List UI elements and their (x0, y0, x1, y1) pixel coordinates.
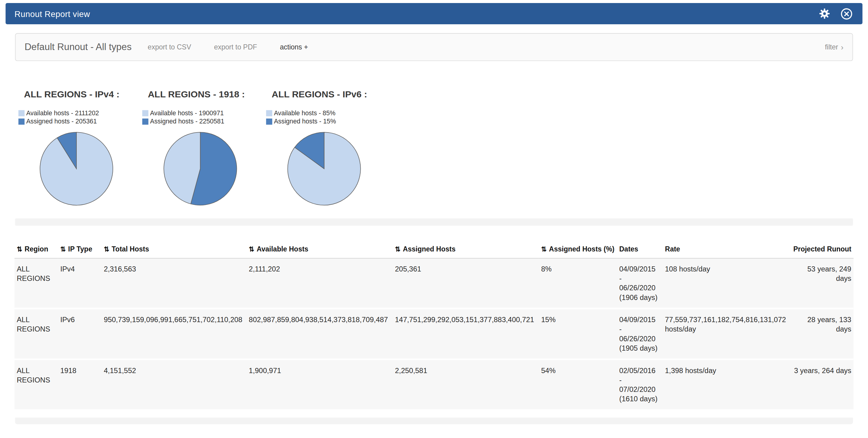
column-header-total-hosts[interactable]: ⇅Total Hosts (102, 240, 247, 258)
titlebar-actions (817, 6, 854, 21)
legend-label-available: Available hosts - 1900971 (150, 110, 224, 116)
sort-icon: ⇅ (541, 245, 547, 253)
chart-title-ipv6: ALL REGIONS - IPv6 : (272, 89, 390, 99)
export-pdf-link[interactable]: export to PDF (214, 43, 257, 51)
panel-footer-strip (15, 418, 853, 424)
window-titlebar: Runout Report view (5, 3, 862, 24)
report-name: Default Runout - All types (25, 41, 132, 53)
chevron-right-icon: › (841, 43, 844, 51)
cell-dates: 04/09/2015 - 06/26/2020 (1906 days) (617, 258, 663, 309)
cell-assigned-pct: 15% (539, 309, 617, 359)
chart-title-1918: ALL REGIONS - 1918 : (148, 89, 266, 99)
cell-assigned-pct: 54% (539, 359, 617, 410)
cell-rate: 1,398 hosts/day (663, 359, 791, 410)
sort-icon: ⇅ (395, 245, 401, 253)
pie-chart-ipv4: ALL REGIONS - IPv4 : Available hosts - 2… (19, 89, 142, 211)
chart-legend: Available hosts - 2111202 Assigned hosts… (19, 110, 142, 125)
gear-icon-glyph (818, 8, 830, 20)
legend-label-assigned: Assigned hosts - 15% (274, 118, 336, 125)
cell-projected-runout: 53 years, 249 days (791, 258, 854, 309)
legend-item-assigned: Assigned hosts - 15% (266, 118, 390, 125)
filter-label: filter (825, 43, 838, 51)
sort-icon: ⇅ (17, 245, 23, 253)
sort-icon: ⇅ (104, 245, 110, 253)
cell-available-hosts: 802,987,859,804,938,514,373,818,709,487 (247, 309, 393, 359)
legend-swatch-assigned (266, 118, 272, 124)
cell-assigned-hosts: 205,361 (393, 258, 539, 309)
legend-item-available: Available hosts - 85% (266, 110, 390, 116)
pie-wrap (37, 129, 142, 211)
legend-swatch-available (142, 110, 148, 116)
cell-region: ALL REGIONS (14, 359, 58, 410)
pie-wrap (284, 129, 390, 211)
cell-total-hosts: 950,739,159,096,991,665,751,702,110,208 (102, 309, 247, 359)
cell-total-hosts: 2,316,563 (102, 258, 247, 309)
cell-ip-type: IPv6 (58, 309, 101, 359)
cell-available-hosts: 1,900,971 (247, 359, 393, 410)
cell-dates: 02/05/2016 - 07/02/2020 (1610 days) (617, 359, 663, 410)
legend-item-available: Available hosts - 1900971 (142, 110, 266, 116)
column-header-projected-runout: Projected Runout (791, 240, 854, 258)
cell-assigned-pct: 8% (539, 258, 617, 309)
filter-toggle[interactable]: filter › (825, 43, 843, 51)
legend-item-assigned: Assigned hosts - 2250581 (142, 118, 266, 125)
pie-ipv6 (284, 129, 364, 208)
legend-swatch-assigned (142, 118, 148, 124)
sort-icon: ⇅ (249, 245, 254, 253)
legend-label-assigned: Assigned hosts - 205361 (26, 118, 97, 125)
close-icon[interactable] (839, 6, 854, 21)
legend-swatch-assigned (19, 118, 25, 124)
legend-label-available: Available hosts - 85% (274, 110, 335, 116)
column-header-assigned-hosts[interactable]: ⇅Assigned Hosts (393, 240, 539, 258)
legend-swatch-available (266, 110, 272, 116)
cell-available-hosts: 2,111,202 (247, 258, 393, 309)
close-icon-glyph (840, 7, 852, 20)
sort-icon: ⇅ (60, 245, 66, 253)
pie-chart-ipv6: ALL REGIONS - IPv6 : Available hosts - 8… (266, 89, 390, 211)
cell-region: ALL REGIONS (14, 309, 58, 359)
column-header-dates: Dates (617, 240, 663, 258)
table-row: ALL REGIONS 1918 4,151,552 1,900,971 2,2… (14, 359, 854, 410)
pie-1918 (161, 129, 240, 208)
cell-region: ALL REGIONS (14, 258, 58, 309)
chart-legend: Available hosts - 85% Assigned hosts - 1… (266, 110, 390, 125)
cell-projected-runout: 28 years, 133 days (791, 309, 854, 359)
column-header-assigned-pct[interactable]: ⇅Assigned Hosts (%) (539, 240, 617, 258)
legend-item-available: Available hosts - 2111202 (19, 110, 142, 116)
column-header-ip-type[interactable]: ⇅IP Type (58, 240, 101, 258)
pie-wrap (161, 129, 266, 211)
window-title: Runout Report view (14, 9, 90, 18)
cell-rate: 77,559,737,161,182,754,816,131,072 hosts… (663, 309, 791, 359)
pie-ipv4 (37, 129, 116, 208)
cell-dates: 04/09/2015 - 06/26/2020 (1905 days) (617, 309, 663, 359)
charts-section: ALL REGIONS - IPv4 : Available hosts - 2… (0, 61, 868, 216)
legend-swatch-available (19, 110, 25, 116)
report-toolbar: Default Runout - All types export to CSV… (15, 33, 853, 61)
cell-total-hosts: 4,151,552 (102, 359, 247, 410)
column-header-rate: Rate (663, 240, 791, 258)
cell-ip-type: IPv4 (58, 258, 101, 309)
cell-ip-type: 1918 (58, 359, 101, 410)
export-csv-link[interactable]: export to CSV (148, 43, 191, 51)
cell-projected-runout: 3 years, 264 days (791, 359, 854, 410)
column-header-available-hosts[interactable]: ⇅Available Hosts (247, 240, 393, 258)
actions-menu-link[interactable]: actions + (280, 43, 308, 51)
legend-item-assigned: Assigned hosts - 205361 (19, 118, 142, 125)
section-divider (15, 218, 853, 226)
gear-icon[interactable] (817, 6, 832, 21)
pie-chart-1918: ALL REGIONS - 1918 : Available hosts - 1… (142, 89, 266, 211)
table-row: ALL REGIONS IPv4 2,316,563 2,111,202 205… (14, 258, 854, 309)
column-header-region[interactable]: ⇅Region (14, 240, 58, 258)
cell-assigned-hosts: 147,751,299,292,053,151,377,883,400,721 (393, 309, 539, 359)
runout-report-window: Runout Report view (0, 3, 868, 438)
legend-label-assigned: Assigned hosts - 2250581 (150, 118, 224, 125)
table-row: ALL REGIONS IPv6 950,739,159,096,991,665… (14, 309, 854, 359)
cell-rate: 108 hosts/day (663, 258, 791, 309)
table-header-row: ⇅Region ⇅IP Type ⇅Total Hosts ⇅Available… (14, 240, 854, 258)
runout-table: ⇅Region ⇅IP Type ⇅Total Hosts ⇅Available… (14, 240, 854, 411)
chart-title-ipv4: ALL REGIONS - IPv4 : (24, 89, 142, 99)
chart-legend: Available hosts - 1900971 Assigned hosts… (142, 110, 266, 125)
legend-label-available: Available hosts - 2111202 (26, 110, 99, 116)
cell-assigned-hosts: 2,250,581 (393, 359, 539, 410)
